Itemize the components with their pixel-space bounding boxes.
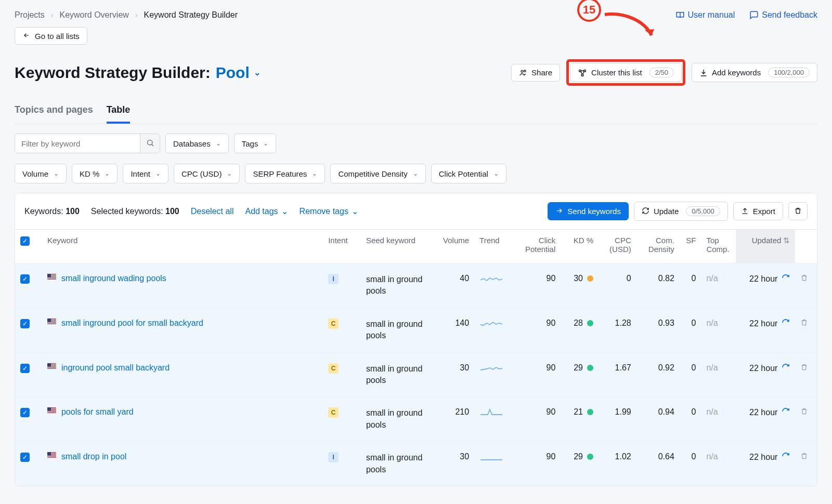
filter-by-keyword[interactable] xyxy=(15,134,160,153)
col-trend[interactable]: Trend xyxy=(474,230,512,263)
chevron-down-icon: ⌄ xyxy=(312,170,317,177)
deselect-all-link[interactable]: Deselect all xyxy=(191,207,234,216)
add-keywords-button[interactable]: Add keywords 100/2,000 xyxy=(692,63,817,82)
user-manual-link[interactable]: User manual xyxy=(675,10,735,20)
list-name-dropdown[interactable]: Pool ⌄ xyxy=(216,64,261,82)
refresh-row-button[interactable] xyxy=(782,363,790,374)
delete-row-button[interactable] xyxy=(800,364,808,373)
intent-badge: C xyxy=(328,407,339,418)
cpc-filter[interactable]: CPC (USD)⌄ xyxy=(174,164,240,183)
kd-label: KD % xyxy=(80,169,99,178)
click-potential-value: 90 xyxy=(512,263,561,308)
us-flag-icon xyxy=(47,407,56,414)
row-checkbox[interactable]: ✓ xyxy=(20,453,30,462)
serp-filter[interactable]: SERP Features⌄ xyxy=(245,164,325,183)
chevron-down-icon: ⌄ xyxy=(54,170,59,177)
delete-row-button[interactable] xyxy=(800,274,808,283)
keyword-link[interactable]: pools for small yard xyxy=(61,407,134,417)
breadcrumb: Projects › Keyword Overview › Keyword St… xyxy=(15,10,238,20)
trend-sparkline xyxy=(479,274,502,283)
crumb-keyword-overview[interactable]: Keyword Overview xyxy=(59,10,128,20)
crumb-projects[interactable]: Projects xyxy=(15,10,45,20)
page-title-prefix: Keyword Strategy Builder: xyxy=(15,64,211,82)
go-to-all-lists-button[interactable]: Go to all lists xyxy=(15,27,87,45)
chevron-right-icon: › xyxy=(51,11,54,19)
row-checkbox[interactable]: ✓ xyxy=(20,408,30,417)
intent-badge: I xyxy=(328,452,339,462)
tags-filter[interactable]: Tags⌄ xyxy=(234,134,277,153)
updated-value: 22 hour xyxy=(749,319,777,328)
cluster-this-list-button[interactable]: Cluster this list 2/50 xyxy=(570,63,682,82)
delete-row-button[interactable] xyxy=(800,319,808,328)
col-cpc[interactable]: CPC (USD) xyxy=(599,230,636,263)
sf-value: 0 xyxy=(680,442,701,486)
cluster-label: Cluster this list xyxy=(591,69,642,76)
col-volume[interactable]: Volume xyxy=(431,230,474,263)
tab-topics-and-pages[interactable]: Topics and pages xyxy=(15,100,93,124)
chevron-down-icon: ⌄ xyxy=(254,68,261,77)
com-density-value: 0.64 xyxy=(636,442,680,486)
keywords-table: ✓ Keyword Intent Seed keyword Volume Tre… xyxy=(15,230,817,486)
serp-label: SERP Features xyxy=(253,169,307,178)
search-button[interactable] xyxy=(140,134,160,153)
send-feedback-link[interactable]: Send feedback xyxy=(749,10,817,20)
add-tags-link[interactable]: Add tags ⌄ xyxy=(245,206,288,216)
filter-input[interactable] xyxy=(15,134,140,153)
delete-selection-button[interactable] xyxy=(788,202,808,220)
arrow-left-icon xyxy=(22,32,31,40)
top-comp-value: n/a xyxy=(701,352,736,397)
book-icon xyxy=(675,10,685,20)
kd-filter[interactable]: KD %⌄ xyxy=(72,164,118,183)
refresh-row-button[interactable] xyxy=(782,407,790,418)
row-checkbox[interactable]: ✓ xyxy=(20,364,30,373)
click-potential-value: 90 xyxy=(512,442,561,486)
user-manual-label: User manual xyxy=(688,10,735,20)
kd-value: 30 xyxy=(574,274,593,283)
sf-value: 0 xyxy=(680,308,701,352)
databases-label: Databases xyxy=(173,139,211,148)
cpc-value: 0 xyxy=(599,263,636,308)
chevron-down-icon: ⌄ xyxy=(413,170,418,177)
click-potential-filter[interactable]: Click Potential⌄ xyxy=(431,164,506,183)
tab-table[interactable]: Table xyxy=(107,100,131,124)
databases-filter[interactable]: Databases⌄ xyxy=(165,134,229,153)
us-flag-icon xyxy=(47,452,56,458)
volume-value: 210 xyxy=(431,397,474,442)
table-row: ✓ small drop in pool I small in ground p… xyxy=(15,442,817,486)
select-all-checkbox[interactable]: ✓ xyxy=(20,236,30,246)
updated-value: 22 hour xyxy=(749,364,777,373)
update-label: Update xyxy=(654,207,679,215)
col-seed[interactable]: Seed keyword xyxy=(361,230,431,263)
refresh-row-button[interactable] xyxy=(782,452,790,462)
col-top[interactable]: Top Comp. xyxy=(701,230,736,263)
remove-tags-link[interactable]: Remove tags ⌄ xyxy=(300,206,358,216)
col-click[interactable]: Click Potential xyxy=(512,230,561,263)
keyword-link[interactable]: inground pool small backyard xyxy=(61,363,170,373)
col-intent[interactable]: Intent xyxy=(323,230,361,263)
row-checkbox[interactable]: ✓ xyxy=(20,319,30,328)
col-keyword[interactable]: Keyword xyxy=(42,230,323,263)
keyword-link[interactable]: small drop in pool xyxy=(61,452,126,461)
add-keywords-badge: 100/2,000 xyxy=(768,68,810,77)
col-updated[interactable]: Updated⇅ xyxy=(736,230,795,263)
top-comp-value: n/a xyxy=(701,397,736,442)
col-kd[interactable]: KD % xyxy=(561,230,599,263)
send-keywords-button[interactable]: Send keywords xyxy=(548,202,629,220)
intent-filter[interactable]: Intent⌄ xyxy=(123,164,168,183)
refresh-row-button[interactable] xyxy=(782,274,790,284)
delete-row-button[interactable] xyxy=(800,408,808,417)
share-button[interactable]: Share xyxy=(511,64,560,82)
row-checkbox[interactable]: ✓ xyxy=(20,274,30,284)
update-button[interactable]: Update 0/5,000 xyxy=(634,202,728,221)
keyword-link[interactable]: small inground wading pools xyxy=(61,274,166,283)
refresh-row-button[interactable] xyxy=(782,319,790,329)
update-badge: 0/5,000 xyxy=(686,206,720,216)
sf-value: 0 xyxy=(680,263,701,308)
delete-row-button[interactable] xyxy=(800,453,808,461)
volume-filter[interactable]: Volume⌄ xyxy=(15,164,67,183)
export-button[interactable]: Export xyxy=(733,202,783,220)
keyword-link[interactable]: small inground pool for small backyard xyxy=(61,319,203,328)
density-filter[interactable]: Competitive Density⌄ xyxy=(330,164,425,183)
col-com[interactable]: Com. Density xyxy=(636,230,680,263)
col-sf[interactable]: SF xyxy=(680,230,701,263)
